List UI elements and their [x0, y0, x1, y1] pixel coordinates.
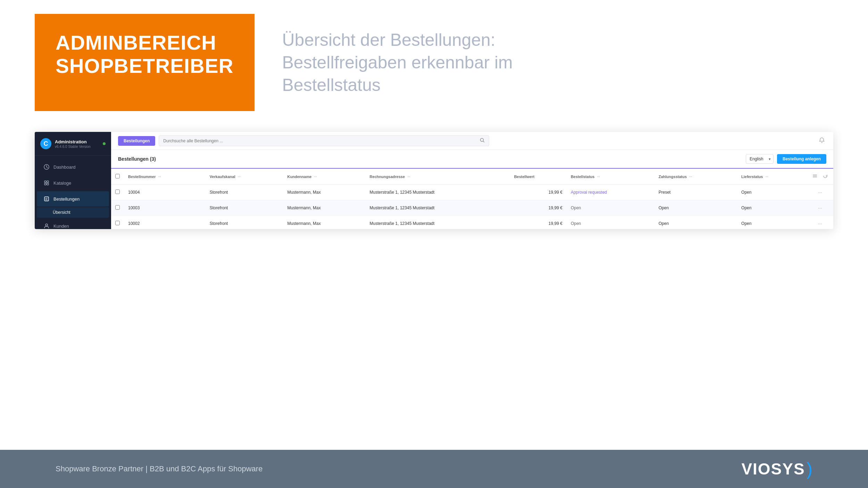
sort-icon-5: ··· [597, 175, 600, 179]
cell-kundenname: Mustermann, Max [283, 216, 366, 229]
table-row[interactable]: 10002 Storefront Mustermann, Max Musters… [111, 216, 833, 229]
toolbar: Bestellungen [111, 132, 833, 150]
select-all-checkbox[interactable] [115, 174, 120, 178]
sidebar-subitem-ubersicht[interactable]: Übersicht [37, 207, 109, 218]
svg-rect-12 [813, 176, 817, 176]
dashboard-icon [43, 163, 50, 170]
cell-verkaufskanal: Storefront [206, 200, 283, 216]
col-lieferstatus: Lieferstatus ··· [737, 169, 807, 185]
orders-table: Bestellnummer ··· Verkaufskanal ··· Kund… [111, 169, 833, 229]
svg-rect-11 [813, 175, 817, 175]
sidebar-item-bestellungen[interactable]: Bestellungen [37, 191, 109, 207]
cell-actions: ··· [807, 185, 833, 200]
cell-bestellwert: 19,99 € [510, 200, 567, 216]
refresh-button[interactable] [821, 172, 829, 181]
col-verkaufskanal: Verkaufskanal ··· [206, 169, 283, 185]
svg-rect-1 [44, 181, 46, 183]
sidebar: C Administration v6.4.6.0 Stable Version… [35, 132, 111, 229]
sort-icon-4: ··· [407, 175, 410, 179]
sidebar-brand: Administration v6.4.6.0 Stable Version [55, 139, 103, 149]
cell-bestellstatus: Approval requested [567, 185, 654, 200]
row-more-button[interactable]: ··· [817, 219, 824, 228]
sidebar-label-kunden: Kunden [53, 224, 69, 229]
cell-kundenname: Mustermann, Max [283, 200, 366, 216]
col-rechnungsadresse: Rechnungsadresse ··· [366, 169, 510, 185]
sort-icon-2: ··· [238, 175, 241, 179]
hero-description-box: Übersicht der Bestellungen: Bestellfreig… [254, 14, 833, 111]
footer: Shopware Bronze Partner | B2B und B2C Ap… [0, 450, 868, 488]
svg-point-10 [480, 138, 483, 142]
row-checkbox-cell [111, 200, 124, 216]
cell-zahlungsstatus: Preset [654, 185, 737, 200]
main-content: Bestellungen Bestellungen (3 [111, 132, 833, 229]
svg-rect-4 [47, 183, 49, 185]
orders-header: Bestellungen (3) English Bestellung anle… [111, 150, 833, 169]
cell-lieferstatus: Open [737, 200, 807, 216]
footer-logo: VIOSYS ) [741, 458, 812, 479]
bestellungen-tab-button[interactable]: Bestellungen [118, 136, 155, 146]
language-select-wrapper: English [746, 154, 774, 164]
sidebar-header: C Administration v6.4.6.0 Stable Version [35, 132, 111, 156]
language-select[interactable]: English [746, 154, 774, 164]
row-more-button[interactable]: ··· [817, 188, 824, 196]
cell-bestellwert: 19,99 € [510, 216, 567, 229]
cell-actions: ··· [807, 216, 833, 229]
sidebar-label-dashboard: Dashboard [53, 165, 76, 170]
table-row[interactable]: 10004 Storefront Mustermann, Max Musters… [111, 185, 833, 200]
sidebar-nav: Dashboard Kataloge [35, 156, 111, 229]
cell-rechnungsadresse: Musterstraße 1, 12345 Musterstadt [366, 216, 510, 229]
cell-bestellnummer: 10002 [124, 216, 206, 229]
sidebar-item-kunden[interactable]: Kunden [37, 218, 109, 229]
catalog-icon [43, 179, 50, 186]
sidebar-label-kataloge: Kataloge [53, 180, 71, 186]
sort-icon: ··· [158, 175, 161, 179]
col-bestellnummer: Bestellnummer ··· [124, 169, 206, 185]
row-checkbox[interactable] [115, 221, 120, 225]
orders-table-wrapper: Bestellnummer ··· Verkaufskanal ··· Kund… [111, 169, 833, 229]
column-settings-button[interactable] [811, 172, 819, 181]
orders-title: Bestellungen (3) [118, 156, 156, 162]
row-checkbox[interactable] [115, 205, 120, 210]
hero-title: ADMINBEREICH SHOPBETREIBER [56, 31, 234, 77]
sort-icon-6: ··· [689, 175, 692, 179]
svg-rect-2 [47, 181, 49, 183]
cell-kundenname: Mustermann, Max [283, 185, 366, 200]
sidebar-label-ubersicht: Übersicht [53, 210, 70, 215]
sidebar-brand-name: Administration [55, 139, 103, 144]
orders-header-actions: English Bestellung anlegen [746, 154, 826, 164]
cell-bestellnummer: 10003 [124, 200, 206, 216]
sort-icon-3: ··· [314, 175, 317, 179]
svg-rect-3 [44, 183, 46, 185]
table-row[interactable]: 10003 Storefront Mustermann, Max Musters… [111, 200, 833, 216]
cell-lieferstatus: Open [737, 185, 807, 200]
col-bestellwert: Bestellwert [510, 169, 567, 185]
cell-lieferstatus: Open [737, 216, 807, 229]
notification-bell-button[interactable] [817, 136, 826, 146]
hero-orange-box: ADMINBEREICH SHOPBETREIBER [35, 14, 254, 111]
status-dot [103, 142, 106, 145]
cell-actions: ··· [807, 200, 833, 216]
sidebar-brand-version: v6.4.6.0 Stable Version [55, 145, 103, 149]
hero-description: Übersicht der Bestellungen: Bestellfreig… [282, 29, 525, 96]
row-more-button[interactable]: ··· [817, 204, 824, 212]
sidebar-logo: C [40, 138, 51, 149]
cell-zahlungsstatus: Open [654, 216, 737, 229]
footer-logo-text: VIOSYS [741, 460, 805, 478]
svg-point-6 [45, 224, 48, 226]
cell-bestellstatus: Open [567, 216, 654, 229]
col-checkbox [111, 169, 124, 185]
row-checkbox[interactable] [115, 190, 120, 194]
search-input[interactable] [163, 138, 479, 143]
orders-icon [43, 195, 50, 202]
cell-bestellstatus: Open [567, 200, 654, 216]
sidebar-item-dashboard[interactable]: Dashboard [37, 159, 109, 175]
sidebar-item-kataloge[interactable]: Kataloge [37, 175, 109, 191]
admin-panel: C Administration v6.4.6.0 Stable Version… [35, 132, 833, 229]
footer-logo-icon: ) [807, 458, 812, 479]
col-zahlungsstatus: Zahlungsstatus ··· [654, 169, 737, 185]
row-checkbox-cell [111, 185, 124, 200]
search-button[interactable] [480, 138, 485, 144]
cell-verkaufskanal: Storefront [206, 185, 283, 200]
create-order-button[interactable]: Bestellung anlegen [777, 154, 826, 164]
search-bar [159, 135, 489, 146]
